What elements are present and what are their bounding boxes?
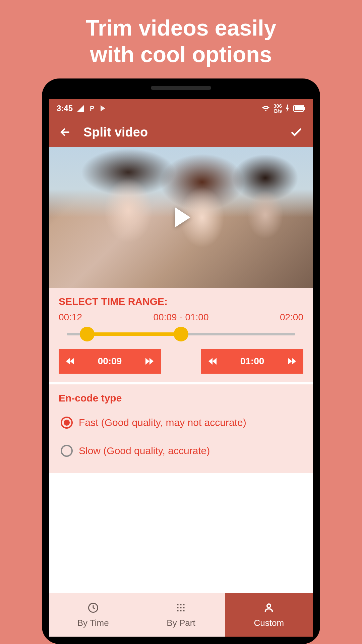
slider-handle-end[interactable] <box>174 327 188 341</box>
net-unit: B/s <box>274 108 282 113</box>
start-time-control: 00:09 <box>59 349 161 374</box>
promo-line-2: with cool options <box>90 42 272 67</box>
status-right: 306 B/s <box>261 103 305 113</box>
svg-rect-12 <box>183 610 185 611</box>
bottom-tabs: By Time By Part Custom <box>49 593 313 637</box>
time-end-label: 02:00 <box>280 312 303 323</box>
confirm-check-icon[interactable] <box>289 125 303 139</box>
grid-icon <box>175 602 187 614</box>
screen: 3:45 306 B/s Split video <box>49 99 313 637</box>
encode-panel: En-code type Fast (Good quality, may not… <box>49 384 313 473</box>
tab-custom-label: Custom <box>254 618 284 628</box>
slider-fill <box>87 332 181 336</box>
tab-by-part-label: By Part <box>167 618 195 628</box>
person-icon <box>263 602 275 614</box>
svg-rect-4 <box>177 604 179 605</box>
signal-icon <box>77 105 84 112</box>
encode-title: En-code type <box>59 392 303 404</box>
svg-rect-8 <box>180 607 182 608</box>
svg-rect-6 <box>183 604 185 605</box>
forward-icon[interactable] <box>144 357 154 365</box>
wifi-icon <box>261 104 270 113</box>
battery-icon <box>293 105 305 112</box>
rewind-icon[interactable] <box>65 357 75 365</box>
encode-slow-label: Slow (Good quality, accurate) <box>79 445 210 457</box>
range-slider[interactable] <box>67 327 295 341</box>
svg-rect-5 <box>180 604 182 605</box>
encode-option-fast[interactable]: Fast (Good quality, may not accurate) <box>59 409 303 437</box>
charging-icon <box>285 104 290 112</box>
rewind-icon[interactable] <box>208 357 218 365</box>
svg-rect-7 <box>177 607 179 608</box>
time-controls: 00:09 01:00 <box>59 349 303 374</box>
net-speed: 306 B/s <box>274 103 282 113</box>
radio-unchecked-icon <box>61 445 73 457</box>
svg-rect-9 <box>183 607 185 608</box>
encode-option-slow[interactable]: Slow (Good quality, accurate) <box>59 437 303 465</box>
net-num: 306 <box>274 103 282 108</box>
status-bar: 3:45 306 B/s <box>49 99 313 117</box>
svg-rect-10 <box>177 610 179 611</box>
encode-fast-label: Fast (Good quality, may not accurate) <box>79 417 246 428</box>
p-icon <box>88 105 96 112</box>
play-store-icon <box>100 104 108 112</box>
tab-by-part[interactable]: By Part <box>137 593 225 637</box>
tab-by-time-label: By Time <box>77 618 109 628</box>
tab-custom[interactable]: Custom <box>225 593 313 637</box>
app-bar: Split video <box>49 117 313 147</box>
content-area: SELECT TIME RANGE: 00:12 00:09 - 01:00 0… <box>49 288 313 637</box>
slider-handle-start[interactable] <box>80 327 95 341</box>
time-range-panel: SELECT TIME RANGE: 00:12 00:09 - 01:00 0… <box>49 288 313 382</box>
device-speaker <box>151 86 211 90</box>
play-icon[interactable] <box>175 207 190 227</box>
svg-point-13 <box>267 604 271 607</box>
status-time: 3:45 <box>57 104 73 113</box>
time-mid-label: 00:09 - 01:00 <box>153 312 208 323</box>
video-preview[interactable] <box>49 147 313 288</box>
time-range-title: SELECT TIME RANGE: <box>59 296 303 307</box>
svg-rect-1 <box>295 106 303 110</box>
end-time-value: 01:00 <box>218 356 287 367</box>
clock-icon <box>87 602 99 614</box>
svg-rect-11 <box>180 610 182 611</box>
promo-title: Trim videos easily with cool options <box>86 15 277 68</box>
back-arrow-icon[interactable] <box>59 126 71 139</box>
radio-checked-icon <box>61 417 73 429</box>
time-start-label: 00:12 <box>59 312 82 323</box>
forward-icon[interactable] <box>287 357 297 365</box>
end-time-control: 01:00 <box>201 349 303 374</box>
device-frame: 3:45 306 B/s Split video <box>42 78 320 644</box>
tab-by-time[interactable]: By Time <box>49 593 137 637</box>
status-left: 3:45 <box>57 104 108 113</box>
svg-rect-2 <box>304 107 305 110</box>
start-time-value: 00:09 <box>75 356 144 367</box>
time-labels: 00:12 00:09 - 01:00 02:00 <box>59 312 303 323</box>
app-title: Split video <box>83 125 148 140</box>
promo-line-1: Trim videos easily <box>86 15 277 40</box>
